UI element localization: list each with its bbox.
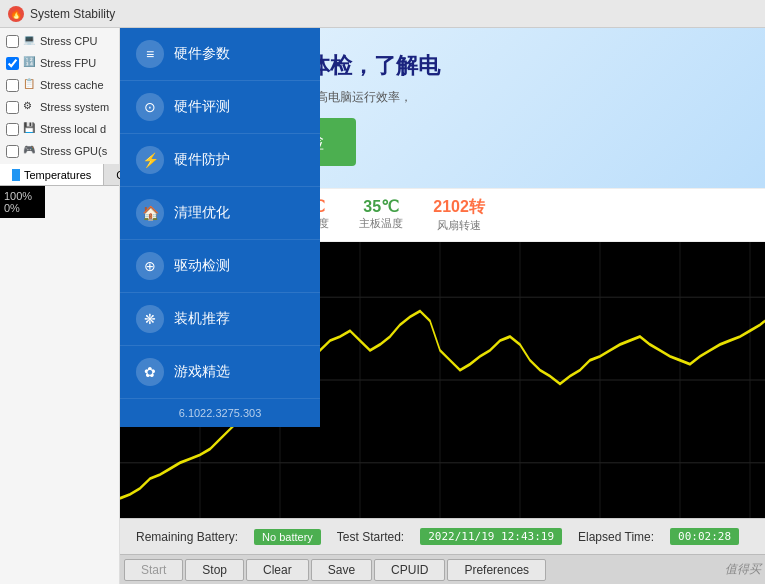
status-bar: Remaining Battery: No battery Test Start… [120, 518, 765, 554]
menu-item-hardware-eval[interactable]: ⊙硬件评测 [120, 81, 320, 134]
menu-item-build-recommend[interactable]: ❋装机推荐 [120, 293, 320, 346]
bottom-toolbar: Start Stop Clear Save CPUID Preferences … [120, 554, 765, 584]
left-panel: 💻Stress CPU🔢Stress FPU📋Stress cache⚙Stre… [0, 28, 120, 584]
menu-icon-hardware-params: ≡ [136, 40, 164, 68]
stat-value-主板温度: 35℃ [359, 197, 403, 216]
app-icon: 🔥 [8, 6, 24, 22]
menu-item-hardware-params[interactable]: ≡硬件参数 [120, 28, 320, 81]
stress-gpu-checkbox[interactable] [6, 145, 19, 158]
test-started-value: 2022/11/19 12:43:19 [420, 528, 562, 545]
temperature-tabs: Temperatures Co [0, 164, 119, 186]
menu-icon-clean-optimize: 🏠 [136, 199, 164, 227]
stat-风扇转速: 2102转风扇转速 [433, 197, 485, 233]
stress-cache-icon: 📋 [23, 78, 37, 92]
stat-label-风扇转速: 风扇转速 [433, 218, 485, 233]
menu-label-hardware-eval: 硬件评测 [174, 98, 230, 116]
stress-local-checkbox[interactable] [6, 123, 19, 136]
stress-fpu-icon: 🔢 [23, 56, 37, 70]
tab-temperatures[interactable]: Temperatures [0, 164, 104, 185]
clear-button[interactable]: Clear [246, 559, 309, 581]
menu-icon-hardware-eval: ⊙ [136, 93, 164, 121]
menu-label-game-select: 游戏精选 [174, 363, 230, 381]
stress-local-label: Stress local d [40, 123, 106, 135]
battery-value: No battery [254, 529, 321, 545]
stress-local[interactable]: 💾Stress local d [0, 118, 119, 140]
stress-gpu-label: Stress GPU(s [40, 145, 107, 157]
chart-labels-left: 100% 0% [0, 186, 45, 218]
stress-cpu[interactable]: 💻Stress CPU [0, 30, 119, 52]
stress-system-checkbox[interactable] [6, 101, 19, 114]
menu-label-hardware-protect: 硬件防护 [174, 151, 230, 169]
stat-label-主板温度: 主板温度 [359, 216, 403, 231]
menu-item-hardware-protect[interactable]: ⚡硬件防护 [120, 134, 320, 187]
tab-temperatures-label: Temperatures [24, 169, 91, 181]
stress-gpu-icon: 🎮 [23, 144, 37, 158]
dropdown-menu: ≡硬件参数⊙硬件评测⚡硬件防护🏠清理优化⊕驱动检测❋装机推荐✿游戏精选6.102… [120, 28, 320, 427]
start-button[interactable]: Start [124, 559, 183, 581]
stress-fpu-checkbox[interactable] [6, 57, 19, 70]
tab-indicator [12, 169, 20, 181]
stop-button[interactable]: Stop [185, 559, 244, 581]
stress-cpu-icon: 💻 [23, 34, 37, 48]
title-bar: 🔥 System Stability [0, 0, 765, 28]
stress-gpu[interactable]: 🎮Stress GPU(s [0, 140, 119, 162]
save-button[interactable]: Save [311, 559, 372, 581]
stress-local-icon: 💾 [23, 122, 37, 136]
chart-y-min: 0% [4, 202, 41, 214]
stat-value-风扇转速: 2102转 [433, 197, 485, 218]
app-title: System Stability [30, 7, 115, 21]
elapsed-value: 00:02:28 [670, 528, 739, 545]
menu-version: 6.1022.3275.303 [120, 399, 320, 427]
menu-item-driver-detect[interactable]: ⊕驱动检测 [120, 240, 320, 293]
stress-fpu-label: Stress FPU [40, 57, 96, 69]
stress-fpu[interactable]: 🔢Stress FPU [0, 52, 119, 74]
chart-y-max: 100% [4, 190, 41, 202]
stress-section: 💻Stress CPU🔢Stress FPU📋Stress cache⚙Stre… [0, 28, 119, 164]
stress-cpu-label: Stress CPU [40, 35, 97, 47]
stress-system-icon: ⚙ [23, 100, 37, 114]
stress-cache[interactable]: 📋Stress cache [0, 74, 119, 96]
test-started-label: Test Started: [337, 530, 404, 544]
main-container: 💻Stress CPU🔢Stress FPU📋Stress cache⚙Stre… [0, 28, 765, 584]
battery-label: Remaining Battery: [136, 530, 238, 544]
menu-label-clean-optimize: 清理优化 [174, 204, 230, 222]
stress-system[interactable]: ⚙Stress system [0, 96, 119, 118]
stress-cache-label: Stress cache [40, 79, 104, 91]
menu-label-hardware-params: 硬件参数 [174, 45, 230, 63]
watermark: 值得买 [725, 561, 761, 578]
menu-item-game-select[interactable]: ✿游戏精选 [120, 346, 320, 399]
menu-label-driver-detect: 驱动检测 [174, 257, 230, 275]
stress-system-label: Stress system [40, 101, 109, 113]
menu-icon-driver-detect: ⊕ [136, 252, 164, 280]
elapsed-label: Elapsed Time: [578, 530, 654, 544]
cpuid-button[interactable]: CPUID [374, 559, 445, 581]
stress-cache-checkbox[interactable] [6, 79, 19, 92]
menu-icon-hardware-protect: ⚡ [136, 146, 164, 174]
menu-label-build-recommend: 装机推荐 [174, 310, 230, 328]
stress-cpu-checkbox[interactable] [6, 35, 19, 48]
menu-icon-game-select: ✿ [136, 358, 164, 386]
menu-item-clean-optimize[interactable]: 🏠清理优化 [120, 187, 320, 240]
preferences-button[interactable]: Preferences [447, 559, 546, 581]
right-section: ≡硬件参数⊙硬件评测⚡硬件防护🏠清理优化⊕驱动检测❋装机推荐✿游戏精选6.102… [120, 28, 765, 584]
stat-主板温度: 35℃主板温度 [359, 197, 403, 233]
menu-icon-build-recommend: ❋ [136, 305, 164, 333]
